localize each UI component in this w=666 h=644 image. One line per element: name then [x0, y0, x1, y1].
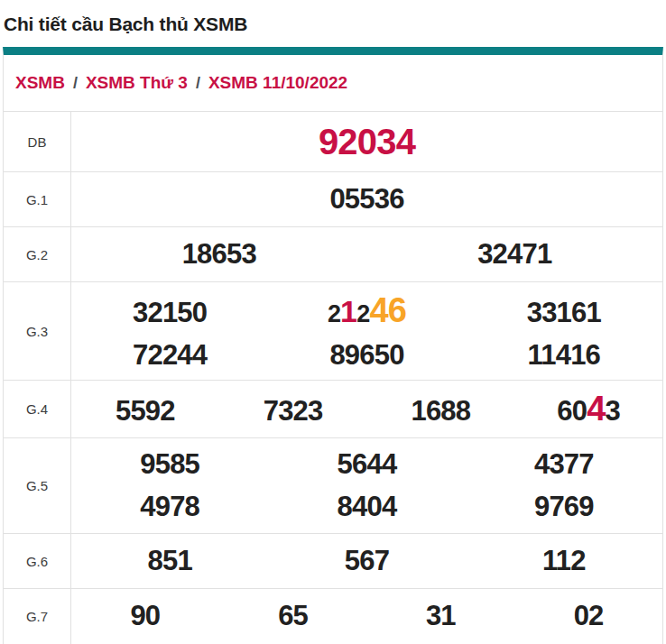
prize-number: 05536: [71, 179, 662, 220]
value-line: 1865332471: [71, 235, 662, 275]
prize-number: 32150: [71, 293, 268, 334]
prize-digit-segment: 4: [587, 390, 605, 428]
prize-digit-segment: 8404: [338, 491, 397, 522]
value-line: 92034: [71, 115, 662, 168]
prize-label: G.2: [4, 227, 71, 281]
results-table: DB92034G.105536G.21865332471G.3321502124…: [4, 112, 662, 644]
prize-number: 5592: [71, 391, 219, 432]
prize-number: 65: [219, 596, 367, 637]
prize-label: G.7: [4, 589, 71, 644]
prize-number: 4978: [71, 487, 268, 528]
prize-number: 11416: [466, 336, 662, 376]
table-row: G.105536: [4, 172, 662, 227]
prize-label: DB: [4, 112, 71, 171]
prize-digit-segment: 89650: [329, 339, 403, 371]
prize-number: 6043: [514, 384, 662, 434]
breadcrumb-link[interactable]: XSMB Thứ 3: [86, 73, 188, 93]
row-values: 1865332471: [71, 227, 662, 281]
value-line: 958556444377: [71, 445, 662, 485]
table-row: DB92034: [4, 112, 662, 172]
prize-digit-segment: 90: [130, 600, 160, 631]
row-values: 92034: [71, 112, 662, 171]
prize-digit-segment: 2: [328, 300, 340, 327]
prize-digit-segment: 32150: [133, 297, 207, 328]
prize-digit-segment: 46: [369, 291, 406, 329]
prize-digit-segment: 5592: [116, 395, 175, 427]
prize-label: G.4: [4, 381, 71, 437]
prize-digit-segment: 2: [356, 300, 369, 327]
prize-number: 31: [367, 596, 515, 637]
prize-number: 8404: [268, 487, 465, 528]
prize-digit-segment: 72244: [133, 339, 207, 371]
page: Chi tiết cầu Bạch thủ XSMB XSMB/XSMB Thứ…: [0, 14, 666, 644]
prize-number: 02: [514, 596, 662, 637]
row-values: 05536: [71, 172, 662, 226]
table-row: G.5958556444377497884049769: [4, 438, 662, 534]
prize-digit-segment: 05536: [329, 183, 403, 215]
prize-number: 90: [71, 596, 219, 637]
prize-digit-segment: 32471: [477, 238, 551, 270]
prize-number: 4377: [466, 445, 662, 485]
prize-number: 21246: [268, 286, 465, 336]
prize-digit-segment: 18653: [182, 238, 256, 270]
row-values: 958556444377497884049769: [71, 438, 662, 533]
prize-digit-segment: 4978: [140, 491, 199, 522]
prize-digit-segment: 3: [606, 395, 620, 427]
prize-number: 18653: [71, 235, 367, 275]
table-row: G.21865332471: [4, 227, 662, 282]
result-card: XSMB/XSMB Thứ 3/XSMB 11/10/2022 DB92034G…: [3, 47, 663, 644]
breadcrumb: XSMB/XSMB Thứ 3/XSMB 11/10/2022: [4, 55, 662, 112]
prize-digit-segment: 02: [574, 600, 604, 631]
breadcrumb-separator: /: [196, 74, 200, 93]
prize-label: G.6: [4, 534, 71, 588]
value-line: 90653102: [71, 596, 662, 637]
breadcrumb-link[interactable]: XSMB 11/10/2022: [208, 73, 347, 93]
prize-number: 9585: [71, 445, 268, 485]
value-line: 497884049769: [71, 487, 662, 528]
prize-number: 89650: [268, 336, 465, 376]
prize-digit-segment: 1: [340, 294, 356, 328]
table-row: G.45592732316886043: [4, 381, 662, 438]
prize-digit-segment: 31: [426, 600, 456, 631]
prize-number: 7323: [219, 391, 367, 432]
value-line: 722448965011416: [71, 336, 662, 376]
prize-digit-segment: 1688: [411, 395, 470, 427]
prize-number: 851: [71, 541, 268, 582]
prize-number: 9769: [466, 487, 662, 528]
prize-digit-segment: 9769: [534, 491, 594, 522]
page-title: Chi tiết cầu Bạch thủ XSMB: [4, 14, 663, 35]
prize-number: 112: [466, 541, 662, 582]
row-values: 851567112: [71, 534, 662, 588]
prize-number: 567: [268, 541, 465, 582]
row-values: 90653102: [71, 589, 662, 644]
prize-digit-segment: 851: [148, 545, 192, 576]
value-line: 851567112: [71, 541, 662, 582]
prize-digit-segment: 92034: [319, 122, 415, 161]
prize-digit-segment: 5644: [338, 448, 397, 480]
prize-digit-segment: 33161: [527, 297, 601, 328]
prize-label: G.1: [4, 172, 71, 226]
prize-digit-segment: 4377: [534, 448, 594, 480]
prize-digit-segment: 60: [557, 395, 587, 427]
breadcrumb-separator: /: [73, 74, 78, 93]
prize-number: 5644: [268, 445, 465, 485]
row-values: 5592732316886043: [71, 381, 662, 437]
prize-digit-segment: 65: [278, 600, 308, 631]
row-values: 321502124633161722448965011416: [71, 282, 662, 380]
prize-digit-segment: 567: [345, 545, 389, 576]
prize-label: G.3: [4, 282, 71, 380]
prize-number: 1688: [367, 391, 515, 432]
prize-number: 92034: [71, 115, 662, 168]
prize-digit-segment: 7323: [264, 395, 323, 427]
table-row: G.790653102: [4, 589, 662, 644]
value-line: 05536: [71, 179, 662, 220]
prize-number: 33161: [466, 293, 662, 334]
prize-digit-segment: 11416: [528, 339, 601, 371]
prize-digit-segment: 112: [542, 545, 586, 576]
value-line: 5592732316886043: [71, 384, 662, 434]
prize-digit-segment: 9585: [140, 448, 199, 480]
breadcrumb-link[interactable]: XSMB: [15, 73, 65, 93]
table-row: G.6851567112: [4, 534, 662, 589]
prize-label: G.5: [4, 438, 71, 533]
value-line: 321502124633161: [71, 286, 662, 336]
